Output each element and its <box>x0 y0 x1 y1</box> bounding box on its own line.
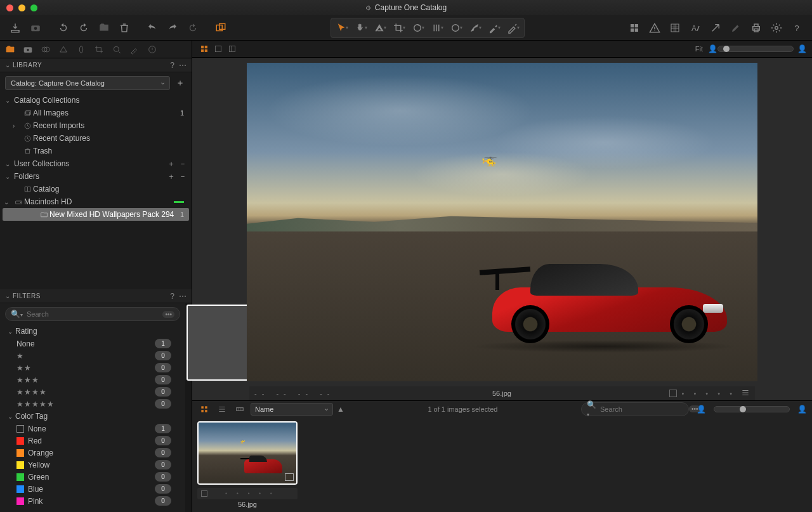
color-tag-icon[interactable] <box>201 490 207 497</box>
rating-none[interactable]: None 1 <box>0 338 185 350</box>
color-tag-icon[interactable] <box>669 390 677 397</box>
thumb-grid-icon[interactable] <box>197 403 211 416</box>
keystone-icon[interactable]: ▾ <box>428 20 447 36</box>
color-tag-row[interactable]: Green0 <box>0 471 185 483</box>
details-tab-icon[interactable] <box>110 43 123 56</box>
rating-star-row[interactable]: ★0 <box>0 350 185 362</box>
warning-icon[interactable] <box>646 19 664 37</box>
undo-icon[interactable] <box>143 19 161 37</box>
catalog-folder-row[interactable]: Catalog <box>0 183 192 195</box>
rotate-right-icon[interactable] <box>75 19 93 37</box>
rating-star-row[interactable]: ★★★★0 <box>0 386 185 398</box>
zoom-slider[interactable] <box>717 46 794 52</box>
slider-knob[interactable] <box>740 406 746 412</box>
recent-captures-row[interactable]: Recent Captures <box>0 132 192 145</box>
library-panel-header[interactable]: ⌄ LIBRARY ? ⋯ <box>0 58 192 72</box>
rating-star-row[interactable]: ★★0 <box>0 362 185 374</box>
color-tag-row[interactable]: Pink0 <box>0 495 185 507</box>
filters-panel-header[interactable]: ⌄ FILTERS ? ⋯ <box>0 289 192 303</box>
help-icon[interactable]: ? <box>788 19 806 37</box>
annotate-icon[interactable]: A <box>686 19 704 37</box>
help-icon[interactable]: ? <box>170 292 174 301</box>
metadata-tab-icon[interactable] <box>146 43 159 56</box>
rating-star-row[interactable]: ★★★0 <box>0 374 185 386</box>
minimize-window[interactable] <box>18 4 25 11</box>
more-icon[interactable]: ⋯ <box>179 61 187 70</box>
color-tag-row[interactable]: None1 <box>0 423 185 435</box>
adjust-tab-icon[interactable] <box>128 43 141 56</box>
gridlines-icon[interactable] <box>666 19 684 37</box>
settings-icon[interactable] <box>768 19 785 37</box>
zoom-window[interactable] <box>30 4 37 11</box>
loupe-icon[interactable]: ▾ <box>370 20 390 36</box>
lens-tab-icon[interactable] <box>39 43 52 56</box>
thumb-filmstrip-icon[interactable] <box>233 403 247 416</box>
recent-imports-row[interactable]: › Recent Imports <box>0 119 192 132</box>
help-icon[interactable]: ? <box>170 61 174 70</box>
pointer-icon[interactable]: ▾ <box>332 20 351 36</box>
eyedropper-icon[interactable]: ▾ <box>485 20 504 36</box>
more-icon[interactable]: ⋯ <box>179 292 187 301</box>
rotate-tool-icon[interactable]: ▾ <box>409 20 428 36</box>
crop-icon[interactable]: ▾ <box>390 20 409 36</box>
search-input[interactable] <box>25 310 162 318</box>
remove-icon[interactable]: － <box>179 171 187 182</box>
filters-scrollbar[interactable] <box>185 303 192 512</box>
trash-icon[interactable] <box>115 19 133 37</box>
browser-search[interactable]: 🔍▾ ••• <box>581 402 689 416</box>
rating-header[interactable]: ⌄Rating <box>0 325 185 338</box>
slider-knob[interactable] <box>723 46 730 52</box>
list-icon[interactable] <box>741 388 750 398</box>
add-icon[interactable]: ＋ <box>167 159 175 169</box>
search-more-icon[interactable]: ••• <box>162 311 174 318</box>
add-icon[interactable]: ＋ <box>167 171 175 182</box>
library-tab-icon[interactable] <box>4 43 16 56</box>
adjust-brush-icon[interactable]: ▾ <box>504 20 523 36</box>
thumbnail[interactable]: 🚁 <box>197 421 298 485</box>
catalog-collections-row[interactable]: ⌄Catalog Collections <box>0 94 192 107</box>
exposure-tab-icon[interactable] <box>75 43 88 56</box>
redo-icon[interactable] <box>164 19 181 37</box>
folders-row[interactable]: ⌄Folders ＋－ <box>0 170 192 183</box>
capture-tab-icon[interactable] <box>22 43 34 56</box>
rating-star-row[interactable]: ★★★★★0 <box>0 398 185 410</box>
spot-icon[interactable]: ▾ <box>447 20 466 36</box>
add-catalog-icon[interactable]: ＋ <box>174 77 187 89</box>
thumb-list-icon[interactable] <box>215 403 229 416</box>
color-tag-row[interactable]: Blue0 <box>0 483 185 495</box>
rating-dots[interactable]: • • • • • <box>682 390 736 397</box>
thumb-size-slider[interactable] <box>714 406 790 412</box>
trash-row[interactable]: Trash <box>0 145 192 157</box>
color-tag-row[interactable]: Red0 <box>0 435 185 447</box>
print-icon[interactable] <box>747 19 765 37</box>
grid-icon[interactable] <box>625 19 643 37</box>
capture-icon[interactable] <box>27 19 44 37</box>
catalog-select[interactable]: Catalog: Capture One Catalog <box>5 76 170 90</box>
rating-dots[interactable]: • • • • • <box>207 490 294 497</box>
image-preview[interactable]: 🚁 <box>247 63 757 381</box>
move-to-icon[interactable] <box>95 19 113 37</box>
import-icon[interactable] <box>6 19 24 37</box>
filters-search[interactable]: 🔍▾ ••• <box>5 307 180 321</box>
sort-select[interactable]: Name <box>251 403 333 416</box>
view-split-icon[interactable] <box>225 43 239 55</box>
pan-icon[interactable]: ▾ <box>351 20 370 36</box>
mask-brush-icon[interactable]: ▾ <box>466 20 485 36</box>
drive-row[interactable]: ⌄ Macintosh HD <box>0 195 192 208</box>
reset-icon[interactable] <box>184 19 202 37</box>
subfolder-row[interactable]: New Mixed HD Wallpapers Pack 294 1 <box>3 208 189 221</box>
color-tag-row[interactable]: Orange0 <box>0 447 185 459</box>
remove-icon[interactable]: － <box>179 159 187 169</box>
crop-tab-icon[interactable] <box>93 43 105 56</box>
sort-direction-icon[interactable]: ▲ <box>337 405 344 414</box>
rotate-left-icon[interactable] <box>55 19 72 37</box>
view-grid-icon[interactable] <box>197 43 211 55</box>
all-images-row[interactable]: All Images 1 <box>0 107 192 119</box>
user-collections-row[interactable]: ⌄User Collections ＋－ <box>0 157 192 170</box>
export-icon[interactable] <box>707 19 724 37</box>
variants-icon[interactable] <box>212 19 230 37</box>
color-tag-header[interactable]: ⌄Color Tag <box>0 410 185 423</box>
edit-icon[interactable] <box>727 19 745 37</box>
view-single-icon[interactable] <box>211 43 225 55</box>
color-tab-icon[interactable] <box>57 43 70 56</box>
